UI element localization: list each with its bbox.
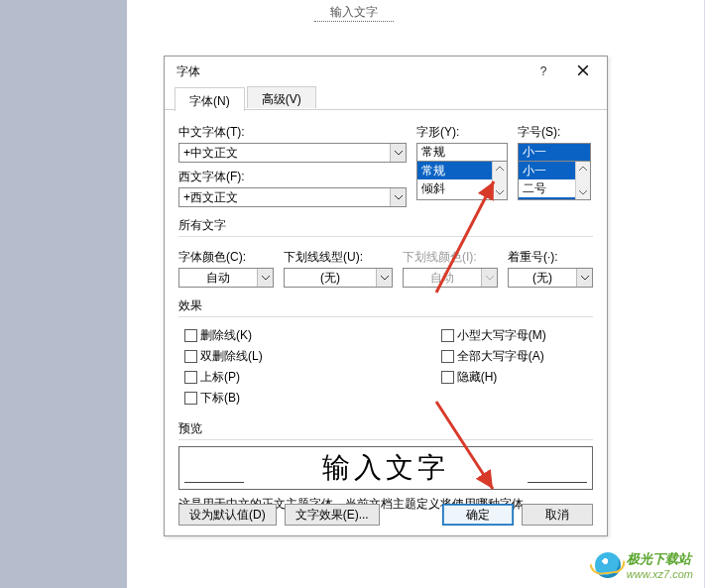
underline-style-value: (无) [285,270,376,287]
underline-style-label: 下划线线型(U): [284,249,393,266]
scroll-up-icon[interactable] [493,162,507,176]
strikethrough-checkbox[interactable]: 删除线(K) [184,327,263,344]
tab-font[interactable]: 字体(N) [175,87,245,111]
western-font-combo[interactable]: +西文正文 [178,187,407,207]
dialog-title: 字体 [176,63,200,80]
scroll-down-icon[interactable] [576,185,590,199]
doc-textbox-label: 输入文字 [330,5,378,19]
logo-url: www.xz7.com [627,568,693,580]
font-color-value: 自动 [179,270,257,287]
close-icon [577,64,589,79]
logo-name: 极光下载站 [627,551,691,566]
help-icon: ? [540,64,547,78]
cancel-button[interactable]: 取消 [522,504,593,526]
western-font-label: 西文字体(F): [178,169,407,185]
ok-button[interactable]: 确定 [442,504,514,526]
help-button[interactable]: ? [524,58,563,85]
chinese-font-value: +中文正文 [179,145,390,162]
preview-label: 预览 [178,420,593,437]
font-color-combo[interactable]: 自动 [178,268,274,288]
doc-textbox[interactable]: 输入文字 [314,0,394,22]
watermark-logo: 极光下载站 www.xz7.com [595,550,693,580]
all-text-label: 所有文字 [178,217,593,234]
text-effects-button[interactable]: 文字效果(E)... [285,504,380,526]
all-caps-checkbox[interactable]: 全部大写字母(A) [441,348,546,365]
preview-text: 输入文字 [322,449,449,487]
tabstrip: 字体(N) 高级(V) [165,86,607,110]
scrollbar[interactable] [575,162,590,199]
size-label: 字号(S): [518,124,591,141]
style-value: 常规 [417,144,507,161]
size-input[interactable]: 小一 [518,143,591,161]
hidden-checkbox[interactable]: 隐藏(H) [441,369,546,386]
scrollbar[interactable] [492,162,507,199]
chevron-down-icon[interactable] [390,188,406,206]
chevron-down-icon[interactable] [576,269,592,287]
chevron-down-icon[interactable] [257,269,273,287]
tab-advanced[interactable]: 高级(V) [247,86,316,108]
small-caps-checkbox[interactable]: 小型大写字母(M) [441,327,546,344]
emphasis-combo[interactable]: (无) [508,268,593,288]
chevron-down-icon[interactable] [390,144,406,162]
double-strike-checkbox[interactable]: 双删除线(L) [184,348,263,365]
size-listbox[interactable]: 小一 二号 小二 三号 [518,161,591,200]
globe-icon [595,552,621,578]
emphasis-value: (无) [509,270,576,287]
underline-color-value: 自动 [404,270,481,287]
chinese-font-label: 中文字体(T): [178,124,407,141]
size-value: 小一 [519,144,590,161]
set-default-button[interactable]: 设为默认值(D) [178,504,277,526]
subscript-checkbox[interactable]: 下标(B) [184,390,263,407]
font-dialog: 字体 ? 字体(N) 高级(V) 中文字体(T): +中文正文 西文字体(F): [164,56,608,536]
preview-box: 输入文字 [178,446,593,490]
close-button[interactable] [563,58,603,85]
scroll-up-icon[interactable] [576,162,590,176]
emphasis-label: 着重号(·): [508,249,593,266]
font-color-label: 字体颜色(C): [178,249,274,266]
scroll-down-icon[interactable] [493,185,507,199]
effects-label: 效果 [178,297,593,314]
underline-color-label: 下划线颜色(I): [403,249,498,266]
titlebar: 字体 ? [165,57,607,86]
dialog-footer: 设为默认值(D) 文字效果(E)... 确定 取消 [165,504,607,526]
chevron-down-icon [481,269,497,287]
underline-style-combo[interactable]: (无) [284,268,393,288]
style-listbox[interactable]: 常规 倾斜 加粗 [416,161,508,200]
western-font-value: +西文正文 [179,189,390,206]
chinese-font-combo[interactable]: +中文正文 [178,143,407,163]
style-input[interactable]: 常规 [416,143,508,161]
superscript-checkbox[interactable]: 上标(P) [184,369,263,386]
ruler-column [0,0,127,588]
style-label: 字形(Y): [416,124,508,141]
chevron-down-icon[interactable] [376,269,392,287]
underline-color-combo: 自动 [403,268,498,288]
